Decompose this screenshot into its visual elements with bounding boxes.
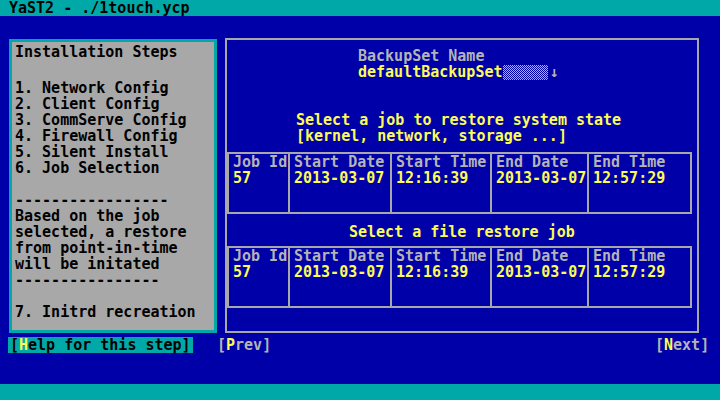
next-button[interactable]: [Next] xyxy=(655,337,709,353)
button-hotkey: H xyxy=(19,336,28,354)
button-text: [ xyxy=(10,336,19,354)
column-end-time: End Time 12:57:29 xyxy=(587,248,690,306)
job-selection-panel: BackupSet Name defaultBackupSet ↓ Select… xyxy=(225,38,699,333)
backupset-combobox[interactable]: defaultBackupSet ↓ xyxy=(358,64,559,80)
sidebar-title: Installation Steps xyxy=(15,44,178,60)
column-end-date: End Date 2013-03-07 xyxy=(490,154,587,212)
table-cell[interactable]: 2013-03-07 xyxy=(496,264,587,280)
table-cell[interactable]: 2013-03-07 xyxy=(294,264,390,280)
system-restore-job-table: Job Id 57 Start Date 2013-03-07 Start Ti… xyxy=(227,152,692,214)
bottom-status-bar xyxy=(0,384,720,400)
help-button[interactable]: [Help for this step] xyxy=(8,337,193,353)
column-header: Start Date xyxy=(294,154,390,170)
sidebar-divider-top: ----------------- xyxy=(15,192,169,208)
column-header: Start Time xyxy=(396,154,490,170)
column-header: End Time xyxy=(593,154,690,170)
column-header: End Time xyxy=(593,248,690,264)
sidebar-item-network-config: 1. Network Config xyxy=(15,80,169,96)
prev-button[interactable]: [Prev] xyxy=(217,337,271,353)
column-end-time: End Time 12:57:29 xyxy=(587,154,690,212)
sidebar-item-initrd-recreation: 7. Initrd recreation xyxy=(15,304,196,320)
column-header: Start Date xyxy=(294,248,390,264)
sidebar-item-job-selection-current: 6. Job Selection xyxy=(15,160,160,176)
table-cell[interactable]: 12:16:39 xyxy=(396,170,490,186)
column-start-date: Start Date 2013-03-07 xyxy=(288,248,390,306)
column-start-time: Start Time 12:16:39 xyxy=(390,248,490,306)
button-text: ext] xyxy=(673,336,709,354)
sidebar-item-silent-install: 5. Silent Install xyxy=(15,144,169,160)
button-text: [ xyxy=(655,336,664,354)
installation-steps-panel: Installation Steps 1. Network Config 2. … xyxy=(9,39,217,333)
window-titlebar: YaST2 - ./1touch.ycp xyxy=(0,0,720,16)
dropdown-arrow-icon[interactable]: ↓ xyxy=(550,64,559,80)
file-restore-job-table: Job Id 57 Start Date 2013-03-07 Start Ti… xyxy=(227,246,692,308)
backupset-name-label: BackupSet Name xyxy=(358,48,484,64)
column-job-id: Job Id 57 xyxy=(229,248,288,306)
combobox-fill[interactable] xyxy=(503,65,548,80)
sidebar-item-firewall-config: 4. Firewall Config xyxy=(15,128,178,144)
table-cell[interactable]: 12:57:29 xyxy=(593,170,690,186)
column-start-time: Start Time 12:16:39 xyxy=(390,154,490,212)
sidebar-item-client-config: 2. Client Config xyxy=(15,96,160,112)
button-text: rev] xyxy=(235,336,271,354)
table-cell[interactable]: 12:16:39 xyxy=(396,264,490,280)
table-cell[interactable]: 2013-03-07 xyxy=(496,170,587,186)
button-hotkey: P xyxy=(226,336,235,354)
system-restore-heading-line1: Select a job to restore system state xyxy=(296,112,621,128)
sidebar-note-line: selected, a restore xyxy=(15,224,187,240)
sidebar-note-line: from point-in-time xyxy=(15,240,178,256)
table-cell[interactable]: 12:57:29 xyxy=(593,264,690,280)
table-cell[interactable]: 57 xyxy=(233,170,288,186)
sidebar-note-line: Based on the job xyxy=(15,208,160,224)
column-header: Job Id xyxy=(233,248,288,264)
system-restore-heading-line2: [kernel, network, storage ...] xyxy=(296,128,567,144)
sidebar-item-commserve-config: 3. CommServe Config xyxy=(15,112,187,128)
column-header: Job Id xyxy=(233,154,288,170)
column-header: End Date xyxy=(496,154,587,170)
column-header: End Date xyxy=(496,248,587,264)
button-text: [ xyxy=(217,336,226,354)
sidebar-note-line: will be initated xyxy=(15,256,160,272)
window-title: YaST2 - ./1touch.ycp xyxy=(9,0,190,16)
backupset-value[interactable]: defaultBackupSet xyxy=(358,64,503,80)
file-restore-heading: Select a file restore job xyxy=(349,224,575,240)
column-header: Start Time xyxy=(396,248,490,264)
column-end-date: End Date 2013-03-07 xyxy=(490,248,587,306)
button-hotkey: N xyxy=(664,336,673,354)
sidebar-divider-bottom: ---------------- xyxy=(15,272,160,288)
button-text: elp for this step] xyxy=(28,336,191,354)
column-start-date: Start Date 2013-03-07 xyxy=(288,154,390,212)
table-cell[interactable]: 2013-03-07 xyxy=(294,170,390,186)
table-cell[interactable]: 57 xyxy=(233,264,288,280)
column-job-id: Job Id 57 xyxy=(229,154,288,212)
